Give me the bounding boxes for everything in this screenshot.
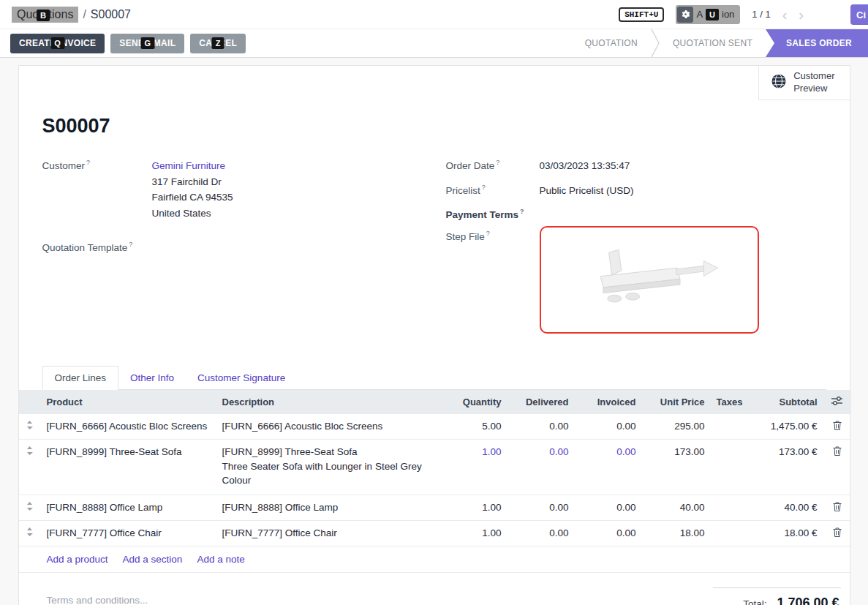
- field-quotation-template: Quotation Template?: [42, 240, 446, 253]
- drag-handle-icon[interactable]: [19, 520, 41, 546]
- cell-invoiced[interactable]: 0.00: [575, 439, 642, 495]
- cell-description[interactable]: [FURN_7777] Office Chair: [216, 520, 445, 546]
- cell-quantity[interactable]: 1.00: [445, 439, 507, 495]
- breadcrumb-record: S00007: [91, 8, 131, 21]
- order-date-value[interactable]: 03/03/2023 13:35:47: [540, 158, 630, 174]
- table-header-row: Product Description Quantity Delivered I…: [19, 390, 851, 414]
- button-box: Customer Preview: [19, 66, 850, 100]
- fields-right-column: Order Date? 03/03/2023 13:35:47 Pricelis…: [446, 158, 826, 342]
- cell-subtotal: 18.00 €: [744, 520, 823, 546]
- order-line-row[interactable]: [FURN_8888] Office Lamp [FURN_8888] Offi…: [19, 495, 851, 520]
- cell-product[interactable]: [FURN_7777] Office Chair: [41, 520, 216, 546]
- action-menu-button[interactable]: A U ion: [676, 5, 740, 24]
- create-invoice-button[interactable]: CREATE INVOICE Q: [10, 34, 105, 53]
- cell-unit-price[interactable]: 295.00: [642, 414, 711, 440]
- cell-product[interactable]: [FURN_6666] Acoustic Bloc Screens: [41, 414, 216, 440]
- step-file-preview[interactable]: [540, 226, 759, 334]
- cell-unit-price[interactable]: 18.00: [642, 520, 711, 546]
- clipped-purple-button[interactable]: Ci: [850, 4, 868, 25]
- cell-taxes[interactable]: [711, 439, 744, 495]
- status-step-quotation[interactable]: QUOTATION: [572, 29, 651, 57]
- order-line-row[interactable]: [FURN_8999] Three-Seat Sofa [FURN_8999] …: [19, 439, 851, 495]
- column-description[interactable]: Description: [216, 390, 445, 414]
- cell-delivered[interactable]: 0.00: [507, 495, 575, 520]
- delete-row-icon[interactable]: [823, 520, 851, 546]
- cell-taxes[interactable]: [711, 414, 744, 440]
- sheet-body: S00007 Customer? Gemini Furniture 317 Fa…: [19, 115, 850, 390]
- help-icon: ?: [520, 208, 524, 215]
- fields-left-column: Customer? Gemini Furniture 317 Fairchild…: [42, 158, 446, 262]
- customer-value: Gemini Furniture 317 Fairchild Dr Fairfi…: [152, 158, 233, 221]
- cell-description[interactable]: [FURN_6666] Acoustic Bloc Screens: [216, 414, 445, 440]
- delete-row-icon[interactable]: [823, 414, 851, 440]
- customer-preview-button[interactable]: Customer Preview: [758, 66, 849, 100]
- status-step-quotation-sent[interactable]: QUOTATION SENT: [660, 29, 766, 57]
- cell-description[interactable]: [FURN_8999] Three-Seat Sofa Three Seater…: [216, 439, 445, 495]
- cancel-button[interactable]: CANCEL Z: [190, 34, 246, 53]
- cell-product[interactable]: [FURN_8999] Three-Seat Sofa: [41, 439, 216, 495]
- field-order-date: Order Date? 03/03/2023 13:35:47: [446, 158, 826, 174]
- tab-other-info[interactable]: Other Info: [118, 367, 186, 389]
- cell-delivered[interactable]: 0.00: [507, 414, 575, 440]
- cell-delivered[interactable]: 0.00: [507, 439, 575, 495]
- add-note-link[interactable]: Add a note: [197, 554, 244, 565]
- quotation-template-label: Quotation Template?: [42, 240, 152, 253]
- pricelist-value[interactable]: Public Pricelist (USD): [540, 183, 634, 199]
- sales-order-sheet: Customer Preview S00007 Customer? Gemini…: [18, 65, 850, 605]
- cell-invoiced[interactable]: 0.00: [575, 520, 642, 546]
- totals-block: Total: 1,706.00 €: [713, 587, 841, 605]
- cell-invoiced[interactable]: 0.00: [575, 414, 642, 440]
- cell-product[interactable]: [FURN_8888] Office Lamp: [41, 495, 216, 520]
- help-icon: ?: [496, 159, 499, 166]
- shortcut-hint-g: G: [140, 37, 154, 49]
- column-taxes[interactable]: Taxes: [711, 390, 744, 414]
- pager-previous-icon[interactable]: ‹: [782, 7, 788, 22]
- cell-invoiced[interactable]: 0.00: [575, 495, 642, 520]
- shortcut-hint-shift-u: SHIFT+U: [619, 7, 664, 22]
- drag-handle-icon[interactable]: [19, 414, 41, 440]
- terms-and-conditions-input[interactable]: Terms and conditions...: [47, 587, 148, 605]
- step-file-3d-render: [573, 240, 726, 320]
- field-step-file: Step File?: [446, 229, 826, 334]
- order-line-row[interactable]: [FURN_6666] Acoustic Bloc Screens [FURN_…: [19, 414, 851, 440]
- total-value: 1,706.00 €: [777, 595, 839, 605]
- cell-unit-price[interactable]: 40.00: [642, 495, 711, 520]
- drag-handle-icon[interactable]: [19, 439, 41, 495]
- send-email-button[interactable]: SEND EMAIL G: [110, 34, 184, 53]
- action-label-suffix: ion: [722, 9, 734, 20]
- customer-label: Customer?: [42, 158, 152, 171]
- column-subtotal[interactable]: Subtotal: [744, 390, 823, 414]
- add-section-link[interactable]: Add a section: [123, 554, 183, 565]
- cell-quantity[interactable]: 1.00: [445, 520, 507, 546]
- cell-description[interactable]: [FURN_8888] Office Lamp: [216, 495, 445, 520]
- delete-row-icon[interactable]: [823, 495, 851, 520]
- column-delivered[interactable]: Delivered: [507, 390, 575, 414]
- step-file-label: Step File?: [446, 229, 540, 242]
- add-product-link[interactable]: Add a product: [47, 554, 108, 565]
- status-step-sales-order[interactable]: SALES ORDER: [766, 29, 868, 57]
- cell-taxes[interactable]: [711, 520, 744, 546]
- cell-quantity[interactable]: 1.00: [445, 495, 507, 520]
- column-unit-price[interactable]: Unit Price: [642, 390, 711, 414]
- cell-taxes[interactable]: [711, 495, 744, 520]
- tab-customer-signature[interactable]: Customer Signature: [186, 367, 297, 389]
- cell-unit-price[interactable]: 173.00: [642, 439, 711, 495]
- column-invoiced[interactable]: Invoiced: [575, 390, 642, 414]
- globe-icon: [771, 73, 787, 92]
- delete-row-icon[interactable]: [823, 439, 851, 495]
- record-title[interactable]: S00007: [42, 115, 826, 138]
- customer-address-line: 317 Fairchild Dr: [152, 174, 233, 190]
- breadcrumb-quotations[interactable]: Quotations B: [12, 7, 78, 23]
- drag-handle-icon[interactable]: [19, 495, 41, 520]
- cell-delivered[interactable]: 0.00: [507, 520, 575, 546]
- tab-order-lines[interactable]: Order Lines: [42, 366, 119, 390]
- customer-link[interactable]: Gemini Furniture: [152, 160, 226, 171]
- column-product[interactable]: Product: [41, 390, 216, 414]
- action-label-prefix: A: [696, 9, 703, 20]
- optional-columns-icon[interactable]: [823, 390, 851, 414]
- column-quantity[interactable]: Quantity: [445, 390, 507, 414]
- order-line-row[interactable]: [FURN_7777] Office Chair [FURN_7777] Off…: [19, 520, 851, 546]
- cell-quantity[interactable]: 5.00: [445, 414, 507, 440]
- pager-next-icon[interactable]: ›: [799, 7, 804, 22]
- description-subline: Three Seater Sofa with Lounger in Steel …: [222, 459, 439, 488]
